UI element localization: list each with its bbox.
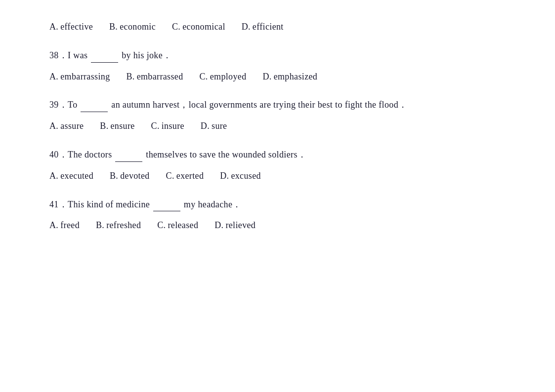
option-39-d: D.sure [201, 119, 227, 133]
question-text-38: 38．I was by his joke． [49, 48, 506, 63]
option-letter-37-c: C. [172, 20, 180, 34]
q41-text-after: my headache． [184, 199, 242, 209]
option-40-a: A.executed [49, 169, 93, 183]
option-letter-41-b: B. [96, 218, 104, 233]
q38-text-before: 38．I was [49, 50, 87, 60]
q41-text-before: 41．This kind of medicine [49, 199, 150, 209]
option-38-d: D.emphasized [262, 70, 317, 84]
option-37-d: D.efficient [242, 20, 284, 34]
option-text-37-c: economical [182, 22, 225, 32]
option-text-37-b: economic [120, 22, 156, 32]
option-text-40-a: executed [60, 171, 93, 181]
option-text-41-b: refreshed [106, 220, 141, 230]
option-text-37-a: effective [60, 22, 93, 32]
q39-text-after: an autumn harvest，local governments are … [111, 100, 407, 110]
q38-text-after: by his joke． [122, 50, 171, 60]
option-letter-37-a: A. [49, 20, 58, 34]
option-38-a: A.embarrassing [49, 70, 110, 84]
option-40-c: C.exerted [166, 169, 204, 183]
option-letter-41-a: A. [49, 218, 58, 233]
q38-blank [91, 48, 118, 63]
option-text-39-c: insure [162, 121, 184, 131]
option-text-38-d: emphasized [274, 72, 318, 81]
option-letter-39-b: B. [100, 119, 108, 133]
q40-blank [115, 147, 142, 162]
option-41-c: C.released [157, 218, 198, 233]
q40-text-before: 40．The doctors [49, 150, 112, 159]
options-line-38: A.embarrassing B.embarrassed C.employed … [49, 70, 506, 84]
option-letter-39-d: D. [201, 119, 210, 133]
options-line-41: A.freed B.refreshed C.released D.relieve… [49, 218, 506, 233]
q40-text-after: themselves to save the wounded soldiers． [146, 150, 306, 159]
option-37-a: A.effective [49, 20, 93, 34]
option-41-b: B.refreshed [96, 218, 141, 233]
option-letter-39-c: C. [151, 119, 160, 133]
option-text-39-b: ensure [111, 121, 135, 131]
option-letter-40-c: C. [166, 169, 174, 183]
option-text-41-a: freed [60, 220, 80, 230]
option-37-c: C.economical [172, 20, 225, 34]
option-text-38-c: employed [210, 72, 247, 81]
question-block-39: 39．To an autumn harvest，local government… [49, 97, 506, 133]
q39-text-before: 39．To [49, 100, 78, 110]
question-text-39: 39．To an autumn harvest，local government… [49, 97, 506, 112]
options-line-40: A.executed B.devoted C.exerted D.excused [49, 169, 506, 183]
option-letter-41-d: D. [214, 218, 223, 233]
option-letter-38-b: B. [126, 70, 134, 84]
option-text-39-d: sure [212, 121, 227, 131]
option-letter-41-c: C. [157, 218, 166, 233]
option-letter-40-d: D. [220, 169, 229, 183]
option-text-38-a: embarrassing [60, 72, 110, 81]
q39-blank [81, 97, 108, 112]
option-41-a: A.freed [49, 218, 80, 233]
option-letter-38-d: D. [262, 70, 271, 84]
question-block-41: 41．This kind of medicine my headache． A.… [49, 197, 506, 233]
option-40-b: B.devoted [110, 169, 150, 183]
option-letter-39-a: A. [49, 119, 58, 133]
option-38-b: B.embarrassed [126, 70, 183, 84]
option-39-a: A.assure [49, 119, 84, 133]
question-block-38: 38．I was by his joke． A.embarrassing B.e… [49, 48, 506, 84]
question-text-40: 40．The doctors themselves to save the wo… [49, 147, 506, 162]
option-text-41-c: released [168, 220, 198, 230]
question-block-37: A.effective B.economic C.economical D.ef… [49, 20, 506, 34]
options-line-37: A.effective B.economic C.economical D.ef… [49, 20, 506, 34]
option-letter-40-a: A. [49, 169, 58, 183]
option-39-c: C.insure [151, 119, 184, 133]
option-text-40-c: exerted [176, 171, 204, 181]
q41-blank [153, 197, 180, 212]
option-letter-40-b: B. [110, 169, 118, 183]
option-39-b: B.ensure [100, 119, 134, 133]
question-text-41: 41．This kind of medicine my headache． [49, 197, 506, 212]
option-text-39-a: assure [60, 121, 84, 131]
option-text-40-b: devoted [120, 171, 150, 181]
option-text-41-d: relieved [225, 220, 256, 230]
option-37-b: B.economic [109, 20, 156, 34]
option-text-40-d: excused [231, 171, 261, 181]
option-text-37-d: efficient [253, 22, 284, 32]
options-line-39: A.assure B.ensure C.insure D.sure [49, 119, 506, 133]
option-letter-38-c: C. [199, 70, 208, 84]
option-letter-38-a: A. [49, 70, 58, 84]
option-letter-37-b: B. [109, 20, 118, 34]
question-block-40: 40．The doctors themselves to save the wo… [49, 147, 506, 183]
option-38-c: C.employed [199, 70, 246, 84]
option-text-38-b: embarrassed [137, 72, 183, 81]
option-41-d: D.relieved [214, 218, 256, 233]
option-40-d: D.excused [220, 169, 261, 183]
option-letter-37-d: D. [242, 20, 251, 34]
